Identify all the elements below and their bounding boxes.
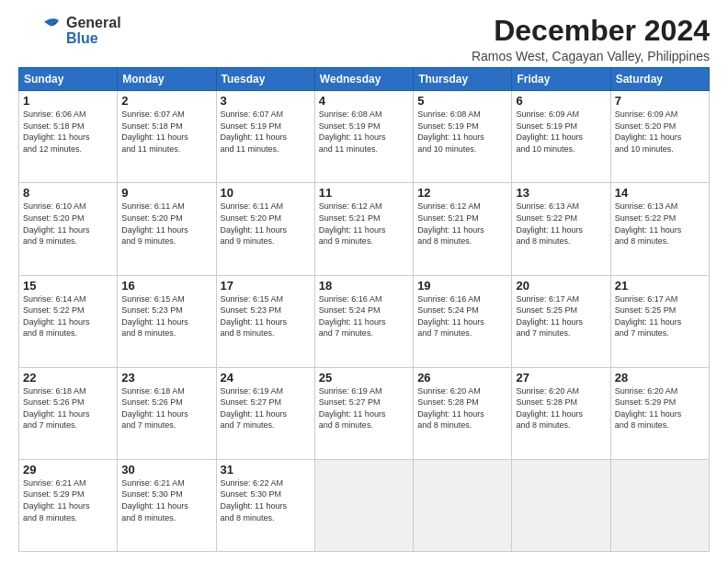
- day-number: 20: [516, 279, 606, 293]
- col-header-sunday: Sunday: [19, 68, 118, 91]
- day-number: 25: [319, 371, 409, 385]
- cell-info: Sunrise: 6:20 AMSunset: 5:29 PMDaylight:…: [615, 385, 705, 431]
- cell-info: Sunrise: 6:08 AMSunset: 5:19 PMDaylight:…: [417, 109, 507, 155]
- cell-info: Sunrise: 6:11 AMSunset: 5:20 PMDaylight:…: [121, 201, 211, 247]
- logo-general-text: General: [66, 16, 121, 31]
- calendar-cell: 17Sunrise: 6:15 AMSunset: 5:23 PMDayligh…: [216, 275, 314, 367]
- cell-info: Sunrise: 6:17 AMSunset: 5:25 PMDaylight:…: [516, 293, 606, 339]
- col-header-wednesday: Wednesday: [314, 68, 413, 91]
- day-number: 14: [615, 186, 705, 200]
- cell-info: Sunrise: 6:16 AMSunset: 5:24 PMDaylight:…: [319, 293, 409, 339]
- col-header-friday: Friday: [512, 68, 610, 91]
- cell-info: Sunrise: 6:22 AMSunset: 5:30 PMDaylight:…: [221, 477, 311, 523]
- cell-info: Sunrise: 6:09 AMSunset: 5:20 PMDaylight:…: [615, 109, 705, 155]
- day-number: 22: [23, 371, 113, 385]
- calendar-cell: 28Sunrise: 6:20 AMSunset: 5:29 PMDayligh…: [610, 367, 709, 459]
- logo-text: General Blue: [66, 16, 121, 47]
- cell-info: Sunrise: 6:21 AMSunset: 5:30 PMDaylight:…: [121, 477, 211, 523]
- col-header-tuesday: Tuesday: [216, 68, 314, 91]
- day-number: 3: [221, 94, 311, 108]
- calendar-cell: 1Sunrise: 6:06 AMSunset: 5:18 PMDaylight…: [19, 91, 118, 183]
- cell-info: Sunrise: 6:21 AMSunset: 5:29 PMDaylight:…: [23, 477, 113, 523]
- cell-info: Sunrise: 6:16 AMSunset: 5:24 PMDaylight:…: [417, 293, 507, 339]
- day-number: 26: [417, 371, 507, 385]
- calendar-week-4: 22Sunrise: 6:18 AMSunset: 5:26 PMDayligh…: [19, 367, 710, 459]
- day-number: 12: [417, 186, 507, 200]
- calendar-cell: 20Sunrise: 6:17 AMSunset: 5:25 PMDayligh…: [512, 275, 610, 367]
- calendar-cell: 2Sunrise: 6:07 AMSunset: 5:18 PMDaylight…: [118, 91, 216, 183]
- cell-info: Sunrise: 6:20 AMSunset: 5:28 PMDaylight:…: [417, 385, 507, 431]
- page: General Blue December 2024 Ramos West, C…: [0, 0, 728, 563]
- calendar-cell: 26Sunrise: 6:20 AMSunset: 5:28 PMDayligh…: [414, 367, 512, 459]
- logo-icon: [18, 15, 63, 48]
- calendar-cell: 8Sunrise: 6:10 AMSunset: 5:20 PMDaylight…: [19, 183, 118, 275]
- title-block: December 2024 Ramos West, Cagayan Valley…: [472, 15, 710, 63]
- calendar-cell: 5Sunrise: 6:08 AMSunset: 5:19 PMDaylight…: [414, 91, 512, 183]
- day-number: 5: [417, 94, 507, 108]
- day-number: 15: [23, 279, 113, 293]
- cell-info: Sunrise: 6:11 AMSunset: 5:20 PMDaylight:…: [221, 201, 311, 247]
- day-number: 19: [417, 279, 507, 293]
- day-number: 11: [319, 186, 409, 200]
- calendar-cell: 15Sunrise: 6:14 AMSunset: 5:22 PMDayligh…: [19, 275, 118, 367]
- cell-info: Sunrise: 6:10 AMSunset: 5:20 PMDaylight:…: [23, 201, 113, 247]
- calendar-cell: [610, 459, 709, 551]
- cell-info: Sunrise: 6:20 AMSunset: 5:28 PMDaylight:…: [516, 385, 606, 431]
- day-number: 8: [23, 186, 113, 200]
- calendar-cell: 6Sunrise: 6:09 AMSunset: 5:19 PMDaylight…: [512, 91, 610, 183]
- day-number: 31: [221, 463, 311, 477]
- day-number: 6: [516, 94, 606, 108]
- cell-info: Sunrise: 6:17 AMSunset: 5:25 PMDaylight:…: [615, 293, 705, 339]
- calendar-cell: 31Sunrise: 6:22 AMSunset: 5:30 PMDayligh…: [216, 459, 314, 551]
- calendar-week-3: 15Sunrise: 6:14 AMSunset: 5:22 PMDayligh…: [19, 275, 710, 367]
- cell-info: Sunrise: 6:15 AMSunset: 5:23 PMDaylight:…: [221, 293, 311, 339]
- day-number: 7: [615, 94, 705, 108]
- day-number: 13: [516, 186, 606, 200]
- col-header-saturday: Saturday: [610, 68, 709, 91]
- calendar-cell: 16Sunrise: 6:15 AMSunset: 5:23 PMDayligh…: [118, 275, 216, 367]
- calendar-cell: 12Sunrise: 6:12 AMSunset: 5:21 PMDayligh…: [414, 183, 512, 275]
- cell-info: Sunrise: 6:06 AMSunset: 5:18 PMDaylight:…: [23, 109, 113, 155]
- col-header-monday: Monday: [118, 68, 216, 91]
- calendar-cell: 4Sunrise: 6:08 AMSunset: 5:19 PMDaylight…: [314, 91, 413, 183]
- calendar-cell: 23Sunrise: 6:18 AMSunset: 5:26 PMDayligh…: [118, 367, 216, 459]
- calendar-cell: 21Sunrise: 6:17 AMSunset: 5:25 PMDayligh…: [610, 275, 709, 367]
- cell-info: Sunrise: 6:19 AMSunset: 5:27 PMDaylight:…: [319, 385, 409, 431]
- calendar-week-5: 29Sunrise: 6:21 AMSunset: 5:29 PMDayligh…: [19, 459, 710, 551]
- cell-info: Sunrise: 6:09 AMSunset: 5:19 PMDaylight:…: [516, 109, 606, 155]
- calendar-cell: 14Sunrise: 6:13 AMSunset: 5:22 PMDayligh…: [610, 183, 709, 275]
- location: Ramos West, Cagayan Valley, Philippines: [472, 49, 710, 63]
- day-number: 23: [121, 371, 211, 385]
- cell-info: Sunrise: 6:07 AMSunset: 5:19 PMDaylight:…: [221, 109, 311, 155]
- cell-info: Sunrise: 6:13 AMSunset: 5:22 PMDaylight:…: [516, 201, 606, 247]
- calendar-cell: 30Sunrise: 6:21 AMSunset: 5:30 PMDayligh…: [118, 459, 216, 551]
- cell-info: Sunrise: 6:15 AMSunset: 5:23 PMDaylight:…: [121, 293, 211, 339]
- calendar-cell: 10Sunrise: 6:11 AMSunset: 5:20 PMDayligh…: [216, 183, 314, 275]
- day-number: 27: [516, 371, 606, 385]
- calendar-cell: 24Sunrise: 6:19 AMSunset: 5:27 PMDayligh…: [216, 367, 314, 459]
- cell-info: Sunrise: 6:13 AMSunset: 5:22 PMDaylight:…: [615, 201, 705, 247]
- cell-info: Sunrise: 6:08 AMSunset: 5:19 PMDaylight:…: [319, 109, 409, 155]
- day-number: 9: [121, 186, 211, 200]
- day-number: 21: [615, 279, 705, 293]
- calendar-header-row: SundayMondayTuesdayWednesdayThursdayFrid…: [19, 68, 710, 91]
- cell-info: Sunrise: 6:14 AMSunset: 5:22 PMDaylight:…: [23, 293, 113, 339]
- cell-info: Sunrise: 6:18 AMSunset: 5:26 PMDaylight:…: [23, 385, 113, 431]
- day-number: 4: [319, 94, 409, 108]
- cell-info: Sunrise: 6:12 AMSunset: 5:21 PMDaylight:…: [417, 201, 507, 247]
- calendar-table: SundayMondayTuesdayWednesdayThursdayFrid…: [18, 67, 710, 552]
- calendar-cell: 7Sunrise: 6:09 AMSunset: 5:20 PMDaylight…: [610, 91, 709, 183]
- calendar-cell: 11Sunrise: 6:12 AMSunset: 5:21 PMDayligh…: [314, 183, 413, 275]
- day-number: 30: [121, 463, 211, 477]
- day-number: 28: [615, 371, 705, 385]
- calendar-cell: 19Sunrise: 6:16 AMSunset: 5:24 PMDayligh…: [414, 275, 512, 367]
- day-number: 18: [319, 279, 409, 293]
- header: General Blue December 2024 Ramos West, C…: [18, 15, 710, 63]
- calendar-cell: [512, 459, 610, 551]
- day-number: 10: [221, 186, 311, 200]
- calendar-cell: [314, 459, 413, 551]
- calendar-week-2: 8Sunrise: 6:10 AMSunset: 5:20 PMDaylight…: [19, 183, 710, 275]
- day-number: 17: [221, 279, 311, 293]
- cell-info: Sunrise: 6:07 AMSunset: 5:18 PMDaylight:…: [121, 109, 211, 155]
- day-number: 29: [23, 463, 113, 477]
